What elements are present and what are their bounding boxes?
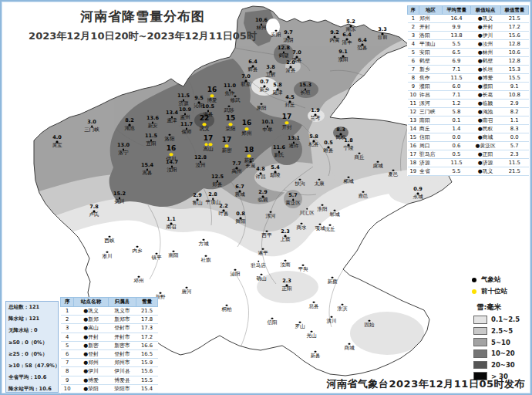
table-cell: ●长垣 [470, 66, 500, 74]
table-cell: 开封市 [108, 333, 136, 341]
stat-line: 全省平均：10.6 [8, 374, 56, 381]
table-cell: 漯河 [419, 100, 443, 108]
table-cell: ●巩义 [470, 15, 500, 23]
table-cell: ●长葛 [470, 91, 500, 100]
stat-line: ≥10：58（47.9%） [8, 363, 56, 370]
table-cell: ●济源 [470, 159, 500, 167]
table-row: 6鹤壁6.9●鹤壁12.8 [408, 57, 529, 66]
table-cell: 5.5 [443, 40, 470, 49]
table-cell: 9 [408, 83, 419, 91]
stat-line: 降水站平均：10.6 [8, 386, 56, 393]
region-col-header: 地区 [419, 6, 443, 15]
table-cell: 4 [408, 40, 419, 49]
table-cell: ●郑州 [74, 359, 108, 367]
legend-label: 2.5~5 [491, 327, 513, 335]
region-table-header: 序地区平均雪量极值站点极值雪量 [408, 6, 529, 15]
legend-class: 2.5~5 [464, 327, 530, 336]
table-cell: 登封市 [108, 324, 136, 333]
table-cell: 济源 [419, 159, 443, 167]
table-cell: 6.5 [443, 49, 470, 57]
table-cell: 0.0 [443, 133, 470, 142]
table-cell: ●嵩山 [74, 324, 108, 333]
table-cell: ●博爱 [74, 376, 108, 384]
table-row: 9●博爱博爱县15.5 [61, 376, 158, 384]
table-cell: 4 [61, 333, 74, 341]
stat-line: 总站数：121 [8, 304, 56, 311]
legend-swatch [473, 338, 487, 346]
table-cell: ●巩义 [74, 307, 108, 316]
table-row: 15信阳0.0●商城0.0 [408, 133, 529, 142]
table-cell: 17 [408, 150, 419, 159]
table-cell: 15.5 [136, 376, 158, 384]
table-cell: 郑州 [419, 15, 443, 23]
table-cell: 博爱县 [108, 376, 136, 384]
table-cell: 焦作 [419, 74, 443, 83]
region-col-header: 序 [408, 6, 419, 15]
table-row: 10许昌7.1●长葛10.8 [408, 91, 529, 100]
table-cell: 10.6 [500, 49, 528, 57]
snow-band-3-changyuan [294, 81, 318, 98]
table-cell: 8.2 [500, 108, 528, 116]
table-cell: 17.2 [500, 23, 528, 32]
table-cell: 荥阳市 [108, 384, 136, 393]
station-col-header: 站点名称 [74, 298, 108, 307]
stats-panel: 总站数：121降水站：121无降水站：0≥50：0（0%）≥25：0（0%）≥1… [5, 301, 59, 393]
legend-swatch [473, 361, 487, 370]
table-cell: 开封 [419, 23, 443, 32]
legend-class: 0.1~2.5 [464, 316, 530, 324]
top10-station-table: 序站点名称归属县雪量 1●巩义巩义市21.52●新郑新郑市17.83●嵩山登封市… [60, 297, 158, 393]
table-cell: 15.9 [136, 359, 158, 367]
snow-band-0-gushi [350, 312, 424, 355]
snow-pocket-lankao [308, 110, 325, 122]
table-cell: ●汝州 [470, 40, 500, 49]
table-cell: 新密市 [108, 341, 136, 349]
table-cell: 7.1 [443, 66, 470, 74]
table-cell: 5 [61, 341, 74, 349]
legend-station-type: 气象站 [464, 275, 530, 285]
table-cell: 16.4 [443, 15, 470, 23]
table-cell: 5 [408, 49, 419, 57]
table-row: 7新乡7.1●长垣15.3 [408, 66, 529, 74]
table-row: 3洛阳13.8●伊川15.6 [408, 32, 529, 40]
table-cell: 7 [408, 66, 419, 74]
table-cell: 13.8 [443, 32, 470, 40]
legend-label: 5~10 [491, 339, 510, 346]
table-cell: ●南召 [470, 116, 500, 125]
table-cell: 鹤壁 [419, 57, 443, 66]
table-row: 6●登封登封市16.5 [61, 349, 158, 358]
snow-pocket-xinxiang [251, 77, 278, 96]
table-cell: 17.3 [136, 324, 158, 333]
table-row: 13南阳0.1●南召1.1 [408, 116, 529, 125]
table-row: 11漯河1.2●临颍2.9 [408, 100, 529, 108]
table-row: 8●伊川伊川县15.6 [61, 367, 158, 376]
table-cell: 16.6 [136, 341, 158, 349]
station-table-header: 序站点名称归属县雪量 [61, 298, 158, 307]
table-cell: 15.4 [136, 384, 158, 393]
table-cell: 11.5 [500, 159, 528, 167]
table-cell: 2.3 [500, 150, 528, 159]
table-cell: 5.5 [443, 167, 470, 176]
table-cell: 12 [408, 108, 419, 116]
table-cell: ●正阳 [470, 150, 500, 159]
table-cell: ●临颍 [470, 100, 500, 108]
snow-band-0-zhengyang [257, 271, 318, 303]
table-cell: ●濮阳 [470, 83, 500, 91]
table-cell: 1 [61, 307, 74, 316]
table-cell: 1 [408, 15, 419, 23]
table-cell: 新郑市 [108, 316, 136, 324]
table-cell: 全省 [419, 167, 443, 176]
table-cell: 0.1 [443, 116, 470, 125]
table-cell: 12.8 [500, 40, 528, 49]
table-cell: ●新密 [74, 341, 108, 349]
table-cell: 21.5 [136, 307, 158, 316]
table-row: 1郑州16.4●巩义21.5 [408, 15, 529, 23]
table-cell: 15.3 [500, 66, 528, 74]
table-row: 4平顶山5.5●汝州12.8 [408, 40, 529, 49]
table-row: 18济源11.5●济源11.5 [408, 159, 529, 167]
table-cell: ●巩义 [470, 167, 500, 176]
table-cell: 13 [408, 116, 419, 125]
table-cell: 2 [61, 316, 74, 324]
table-cell: 10 [61, 384, 74, 393]
table-cell: 6 [61, 349, 74, 358]
table-cell: 12.8 [500, 57, 528, 66]
